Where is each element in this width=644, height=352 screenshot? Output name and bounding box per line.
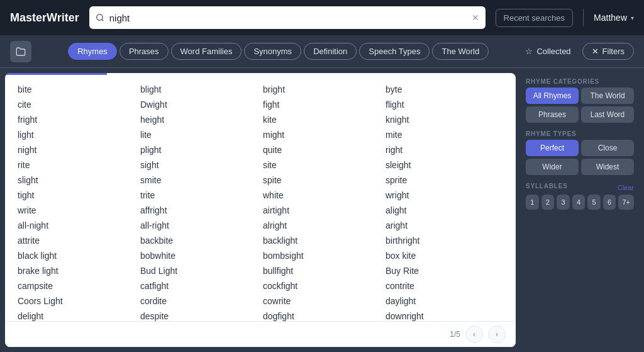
word-item[interactable]: airtight — [260, 203, 383, 217]
word-item[interactable]: quite — [260, 143, 383, 157]
word-item[interactable]: knight — [383, 113, 506, 127]
category-btn-phrases[interactable]: Phrases — [526, 106, 579, 123]
word-item[interactable]: bright — [260, 82, 383, 96]
word-item[interactable]: backlight — [260, 234, 383, 247]
word-item[interactable]: site — [260, 158, 383, 172]
word-item[interactable]: attrite — [15, 234, 138, 247]
word-item[interactable]: contrite — [383, 279, 506, 293]
word-item[interactable]: bullfight — [260, 264, 383, 278]
x-icon: ✕ — [592, 47, 599, 56]
word-item[interactable]: all-right — [138, 219, 260, 232]
word-item[interactable]: aright — [383, 219, 506, 232]
word-item[interactable]: plight — [138, 143, 260, 157]
category-btn-the-world[interactable]: The World — [581, 88, 634, 104]
syllable-btn-6[interactable]: 6 — [603, 195, 616, 210]
syllable-btn-1[interactable]: 1 — [526, 195, 539, 210]
word-item[interactable]: campsite — [15, 279, 138, 293]
word-item[interactable]: cockfight — [260, 279, 383, 293]
word-item[interactable]: fight — [260, 98, 383, 111]
word-item[interactable]: kite — [260, 113, 383, 127]
tab-definition[interactable]: Definition — [304, 43, 357, 60]
type-btn-widest[interactable]: Widest — [581, 159, 634, 175]
word-item[interactable]: tight — [15, 188, 138, 202]
prev-page-button[interactable]: ‹ — [465, 326, 483, 343]
category-btn-last-word[interactable]: Last Word — [581, 106, 634, 123]
word-item[interactable]: affright — [138, 203, 260, 217]
results-grid: biteblightbrightbyteciteDwightfightfligh… — [5, 75, 516, 321]
word-item[interactable]: bobwhite — [138, 249, 260, 263]
word-item[interactable]: height — [138, 113, 260, 127]
category-btn-all-rhymes[interactable]: All Rhymes — [526, 88, 579, 104]
word-item[interactable]: might — [260, 128, 383, 142]
word-item[interactable]: cowrite — [260, 294, 383, 308]
word-item[interactable]: light — [15, 128, 138, 142]
word-item[interactable]: sight — [138, 158, 260, 172]
tab-synonyms[interactable]: Synonyms — [244, 43, 301, 60]
filters-button[interactable]: ✕ Filters — [582, 43, 634, 60]
syllables-clear-button[interactable]: Clear — [618, 184, 634, 191]
word-item[interactable]: wright — [383, 188, 506, 202]
word-item[interactable]: cordite — [138, 294, 260, 308]
word-item[interactable]: Bud Light — [138, 264, 260, 278]
type-btn-wider[interactable]: Wider — [526, 159, 579, 175]
word-item[interactable]: daylight — [383, 294, 506, 308]
word-item[interactable]: mite — [383, 128, 506, 142]
word-item[interactable]: delight — [15, 309, 138, 321]
word-item[interactable]: black light — [15, 249, 138, 263]
collected-button[interactable]: ☆ Collected — [519, 43, 577, 59]
recent-searches-button[interactable]: Recent searches — [496, 9, 574, 27]
word-item[interactable]: right — [383, 143, 506, 157]
folder-button[interactable] — [10, 41, 31, 62]
word-item[interactable]: downright — [383, 309, 506, 321]
syllable-btn-2[interactable]: 2 — [541, 195, 555, 210]
word-item[interactable]: smite — [138, 173, 260, 187]
word-item[interactable]: bite — [15, 82, 138, 96]
word-item[interactable]: dogfight — [260, 309, 383, 321]
word-item[interactable]: alight — [383, 203, 506, 217]
word-item[interactable]: write — [15, 203, 138, 217]
search-clear-icon[interactable]: ✕ — [472, 13, 479, 23]
word-item[interactable]: cite — [15, 98, 138, 111]
syllable-btn-3[interactable]: 3 — [557, 195, 570, 210]
next-page-button[interactable]: › — [488, 326, 506, 343]
word-item[interactable]: blight — [138, 82, 260, 96]
word-item[interactable]: trite — [138, 188, 260, 202]
syllable-btn-7+[interactable]: 7+ — [618, 195, 634, 210]
tab-phrases[interactable]: Phrases — [119, 43, 169, 60]
word-item[interactable]: white — [260, 188, 383, 202]
tab-speech-types[interactable]: Speech Types — [359, 43, 430, 60]
word-item[interactable]: bombsight — [260, 249, 383, 263]
word-item[interactable]: brake light — [15, 264, 138, 278]
syllable-btn-4[interactable]: 4 — [572, 195, 586, 210]
tab-rhymes[interactable]: Rhymes — [68, 43, 117, 60]
word-item[interactable]: Dwight — [138, 98, 260, 111]
word-item[interactable]: Coors Light — [15, 294, 138, 308]
search-input[interactable] — [109, 13, 467, 23]
word-item[interactable]: rite — [15, 158, 138, 172]
type-btn-close[interactable]: Close — [581, 140, 634, 156]
word-item[interactable]: fright — [15, 113, 138, 127]
word-item[interactable]: alright — [260, 219, 383, 232]
user-menu-button[interactable]: Matthew ▾ — [594, 13, 634, 23]
word-item[interactable]: all-night — [15, 219, 138, 232]
word-item[interactable]: byte — [383, 82, 506, 96]
word-item[interactable]: flight — [383, 98, 506, 111]
word-item[interactable]: sleight — [383, 158, 506, 172]
tab-the-world[interactable]: The World — [432, 43, 489, 60]
word-item[interactable]: night — [15, 143, 138, 157]
word-item[interactable]: slight — [15, 173, 138, 187]
word-item[interactable]: spite — [260, 173, 383, 187]
type-btn-perfect[interactable]: Perfect — [526, 140, 579, 156]
syllable-btn-5[interactable]: 5 — [587, 195, 601, 210]
word-item[interactable]: catfight — [138, 279, 260, 293]
word-item[interactable]: box kite — [383, 249, 506, 263]
word-item[interactable]: sprite — [383, 173, 506, 187]
word-item[interactable]: birthright — [383, 234, 506, 247]
word-item[interactable]: Buy Rite — [383, 264, 506, 278]
page-indicator: 1/5 — [450, 330, 460, 339]
word-item[interactable]: lite — [138, 128, 260, 142]
word-item[interactable]: backbite — [138, 234, 260, 247]
word-item[interactable]: despite — [138, 309, 260, 321]
tab-group: RhymesPhrasesWord FamiliesSynonymsDefini… — [42, 43, 515, 60]
tab-word-families[interactable]: Word Families — [171, 43, 242, 60]
